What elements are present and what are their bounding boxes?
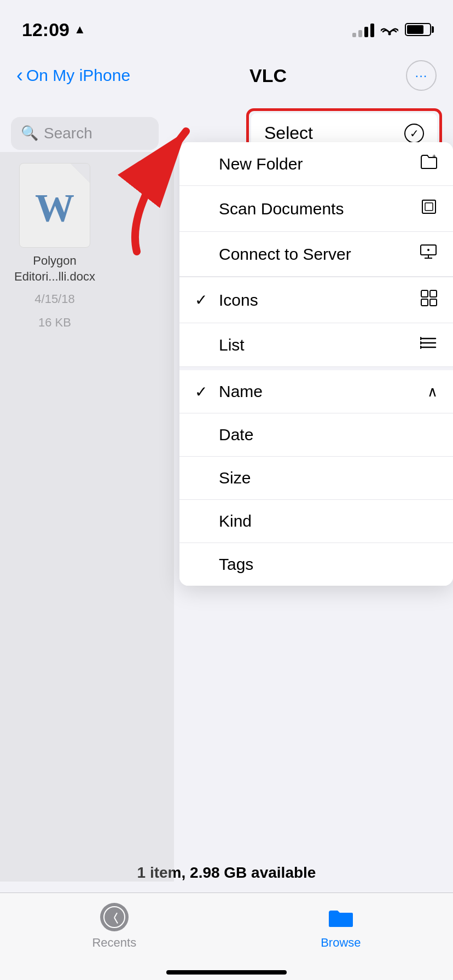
search-box[interactable]: 🔍 Search	[11, 117, 159, 150]
svg-point-8	[427, 249, 429, 251]
menu-item-size[interactable]: Size	[179, 457, 453, 500]
recents-icon-wrap	[99, 902, 130, 932]
recents-label: Recents	[92, 936, 136, 950]
menu-label-new-folder: New Folder	[219, 155, 303, 173]
select-check-icon: ✓	[404, 124, 424, 143]
status-icons	[352, 22, 431, 37]
browse-folder-icon	[327, 905, 355, 929]
file-icon: W	[19, 163, 90, 248]
svg-point-18	[420, 346, 422, 349]
tab-bar: Recents Browse	[0, 892, 453, 980]
menu-item-icons[interactable]: ✓ Icons	[179, 277, 453, 323]
status-bar: 12:09 ▲	[0, 0, 453, 48]
menu-item-name[interactable]: ✓ Name ∧	[179, 370, 453, 413]
file-item[interactable]: W PolygonEditori...lli.docx 4/15/18 16 K…	[11, 163, 98, 331]
page-title: VLC	[249, 65, 287, 86]
svg-point-17	[420, 341, 422, 345]
svg-rect-9	[421, 290, 428, 297]
dropdown-menu: New Folder + Scan Documents Connect to S…	[179, 142, 453, 586]
menu-label-name: Name	[219, 382, 263, 401]
menu-item-kind[interactable]: Kind	[179, 500, 453, 543]
icons-view-icon	[420, 289, 438, 311]
menu-check-size	[195, 469, 211, 487]
svg-point-16	[420, 337, 422, 340]
tab-browse[interactable]: Browse	[321, 902, 361, 950]
menu-item-date[interactable]: Date	[179, 413, 453, 457]
menu-check-list	[195, 336, 211, 354]
file-letter: W	[35, 185, 74, 231]
storage-info: 1 item, 2.98 GB available	[137, 864, 316, 881]
menu-check-icons: ✓	[195, 291, 211, 309]
new-folder-icon: +	[420, 154, 438, 173]
server-icon	[419, 244, 438, 264]
bottom-status: 1 item, 2.98 GB available	[0, 864, 453, 882]
menu-item-scan-documents[interactable]: Scan Documents	[179, 186, 453, 232]
more-button[interactable]: ···	[406, 60, 437, 91]
recents-clock-icon	[100, 903, 129, 931]
menu-check-date	[195, 426, 211, 444]
nav-bar: ‹ On My iPhone VLC ···	[0, 48, 453, 103]
file-size: 16 KB	[38, 313, 71, 331]
svg-rect-12	[430, 299, 437, 306]
signal-icon	[352, 22, 374, 37]
menu-item-new-folder[interactable]: New Folder +	[179, 142, 453, 186]
status-time: 12:09	[22, 19, 69, 40]
back-button[interactable]: ‹ On My iPhone	[16, 64, 130, 87]
menu-label-scan: Scan Documents	[219, 200, 344, 218]
menu-label-icons: Icons	[219, 291, 258, 310]
menu-check-tags	[195, 556, 211, 573]
battery-icon	[405, 23, 431, 36]
sort-asc-icon: ∧	[427, 383, 438, 400]
back-label: On My iPhone	[26, 66, 130, 85]
menu-label-date: Date	[219, 425, 253, 444]
menu-label-tags: Tags	[219, 555, 253, 574]
more-dots-icon: ···	[415, 68, 427, 83]
menu-label-kind: Kind	[219, 512, 252, 530]
menu-item-tags[interactable]: Tags	[179, 543, 453, 586]
browse-icon-wrap	[326, 902, 356, 932]
search-icon: 🔍	[21, 125, 38, 142]
menu-check-kind	[195, 512, 211, 530]
menu-check-server	[195, 246, 211, 263]
svg-point-0	[388, 33, 391, 36]
svg-rect-10	[430, 290, 437, 297]
back-chevron-icon: ‹	[16, 64, 23, 87]
svg-rect-3	[422, 200, 435, 213]
file-date: 4/15/18	[34, 290, 74, 308]
search-placeholder: Search	[44, 125, 92, 142]
menu-label-server: Connect to Server	[219, 245, 351, 264]
menu-check-scan	[195, 200, 211, 218]
svg-rect-4	[425, 203, 433, 211]
menu-label-size: Size	[219, 469, 251, 487]
svg-text:+: +	[432, 154, 436, 160]
menu-label-list: List	[219, 336, 245, 354]
svg-rect-11	[421, 299, 428, 306]
home-indicator	[166, 970, 287, 975]
location-icon: ▲	[74, 22, 86, 37]
menu-check-name: ✓	[195, 383, 211, 401]
browse-label: Browse	[321, 936, 361, 950]
tab-recents[interactable]: Recents	[92, 902, 136, 950]
select-label: Select	[264, 123, 313, 143]
list-view-icon	[420, 335, 438, 354]
file-name: PolygonEditori...lli.docx	[14, 253, 95, 284]
menu-item-list[interactable]: List	[179, 323, 453, 367]
wifi-icon	[381, 23, 398, 36]
menu-check-new-folder	[195, 155, 211, 173]
scan-icon	[420, 198, 438, 219]
menu-item-connect-to-server[interactable]: Connect to Server	[179, 232, 453, 277]
